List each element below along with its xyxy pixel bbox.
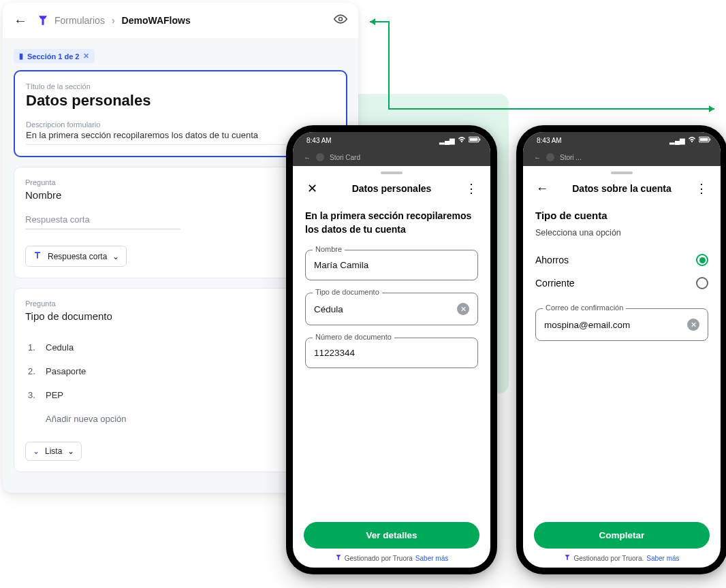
radio-label: Ahorros <box>535 255 569 265</box>
sheet-header: ← Datos sobre la cuenta ⋮ <box>523 177 721 203</box>
section-chip-label: Sección 1 de 2 <box>27 52 79 61</box>
question-type-selector[interactable]: ⌄ Lista ⌄ <box>25 442 82 461</box>
phone-status-bar: 8:43 AM ▂▄▆ <box>293 132 490 148</box>
chevron-down-icon: ⌄ <box>67 446 74 456</box>
field-label: Correo de confirmación <box>543 304 626 312</box>
app-name: Stori Card <box>330 154 360 161</box>
completar-button[interactable]: Completar <box>534 522 710 549</box>
section-subtext: Selecciona una opción <box>535 228 708 238</box>
managed-by-truora: Gestionado por Truora. Saber más <box>534 554 710 562</box>
svg-rect-3 <box>479 139 481 141</box>
field-label: Nombre <box>313 245 345 253</box>
truora-logo-icon <box>564 554 571 562</box>
question-type-selector[interactable]: Respuesta corta ⌄ <box>25 246 127 267</box>
radio-label: Corriente <box>535 278 575 289</box>
sheet-title: Datos personales <box>352 183 432 194</box>
clear-icon[interactable]: ✕ <box>457 303 469 315</box>
back-arrow-icon[interactable]: ← <box>535 182 549 196</box>
app-header-dark: ← Stori Card <box>293 148 490 166</box>
clear-icon[interactable]: ✕ <box>687 318 699 331</box>
app-header-dark: ← Stori ... <box>523 148 721 166</box>
more-vertical-icon[interactable]: ⋮ <box>464 181 478 196</box>
nombre-field[interactable]: Nombre María Camila <box>305 250 478 280</box>
managed-text: Gestionado por Truora. <box>573 555 644 562</box>
battery-icon <box>469 136 481 144</box>
radio-unselected-icon <box>696 277 708 289</box>
sheet-handle[interactable] <box>381 172 403 174</box>
svg-rect-6 <box>710 139 711 141</box>
tipo-documento-field[interactable]: Tipo de documento Cédula ✕ <box>305 293 478 325</box>
radio-option-ahorros[interactable]: Ahorros <box>535 248 708 272</box>
field-label: Tipo de documento <box>313 288 382 296</box>
editor-header: ← Formularios › DemoWAFlows <box>3 3 358 38</box>
back-icon: ← <box>534 154 541 161</box>
chevron-down-icon: ⌄ <box>112 252 119 261</box>
section-chip[interactable]: ▮ Sección 1 de 2 ✕ <box>14 49 95 63</box>
managed-by-truora: Gestionado por Truora Saber más <box>304 554 479 562</box>
field-label: Número de documento <box>313 333 394 341</box>
sheet-title: Datos sobre la cuenta <box>572 183 672 194</box>
managed-text: Gestionado por Truora <box>345 555 413 562</box>
wifi-icon <box>458 136 466 144</box>
app-logo-icon <box>546 153 554 161</box>
field-value: mospina@email.com <box>544 320 687 330</box>
field-value: Cédula <box>314 304 457 314</box>
ver-detalles-button[interactable]: Ver detalles <box>304 522 479 549</box>
wifi-icon <box>688 136 696 144</box>
battery-icon <box>699 136 711 144</box>
signal-icon: ▂▄▆ <box>439 137 455 144</box>
phone-preview-1: 8:43 AM ▂▄▆ ← Stori Card ✕ Datos persona… <box>286 125 497 574</box>
signal-icon: ▂▄▆ <box>669 137 685 144</box>
status-time: 8:43 AM <box>306 137 332 144</box>
back-arrow-icon[interactable]: ← <box>14 13 27 29</box>
question-type-label: Lista <box>45 446 62 456</box>
breadcrumb-active: DemoWAFlows <box>122 15 191 26</box>
sheet-handle[interactable] <box>611 172 633 174</box>
numero-documento-field[interactable]: Número de documento 11223344 <box>305 338 478 368</box>
option-text: Pasaporte <box>46 366 86 376</box>
breadcrumb: Formularios › DemoWAFlows <box>54 15 191 26</box>
svg-point-0 <box>339 18 343 21</box>
truora-logo-icon <box>335 554 342 562</box>
radio-option-corriente[interactable]: Corriente <box>535 272 708 295</box>
desc-field-label: Descripcion formulario <box>26 120 335 129</box>
close-icon[interactable]: ✕ <box>83 52 89 61</box>
correo-confirmacion-field[interactable]: Correo de confirmación mospina@email.com… <box>535 308 708 341</box>
chevron-down-icon: ⌄ <box>33 446 40 456</box>
svg-rect-5 <box>700 138 708 142</box>
back-icon: ← <box>304 154 311 161</box>
more-vertical-icon[interactable]: ⋮ <box>695 181 708 196</box>
radio-selected-icon <box>696 254 708 266</box>
close-icon[interactable]: ✕ <box>305 181 319 196</box>
sheet-header: ✕ Datos personales ⋮ <box>293 177 490 203</box>
section-title[interactable]: Datos personales <box>26 92 335 110</box>
page-icon: ▮ <box>19 52 23 61</box>
section-heading: Tipo de cuenta <box>535 210 708 221</box>
preview-eye-icon[interactable] <box>334 12 347 29</box>
saber-mas-link[interactable]: Saber más <box>646 555 679 562</box>
svg-rect-2 <box>470 138 478 142</box>
truora-logo-icon <box>37 14 49 27</box>
field-value: María Camila <box>314 260 469 270</box>
add-option-label: Añadir nueva opción <box>46 414 127 424</box>
breadcrumb-root[interactable]: Formularios <box>54 15 105 26</box>
saber-mas-link[interactable]: Saber más <box>415 555 448 562</box>
text-type-icon <box>33 250 42 262</box>
option-text: Cedula <box>46 342 74 353</box>
title-field-label: Título de la sección <box>26 82 335 91</box>
field-value: 11223344 <box>314 348 469 358</box>
app-logo-icon <box>316 153 324 161</box>
status-time: 8:43 AM <box>537 137 562 144</box>
phone-preview-2: 8:43 AM ▂▄▆ ← Stori ... ← Datos sobre la… <box>516 125 726 574</box>
option-text: PEP <box>46 390 63 400</box>
phone-status-bar: 8:43 AM ▂▄▆ <box>523 132 721 148</box>
answer-placeholder: Respuesta corta <box>25 214 180 229</box>
intro-text: En la primera sección recopilaremos los … <box>305 210 478 236</box>
question-type-label: Respuesta corta <box>48 252 107 261</box>
chevron-right-icon: › <box>112 15 115 26</box>
app-name: Stori ... <box>560 154 582 161</box>
